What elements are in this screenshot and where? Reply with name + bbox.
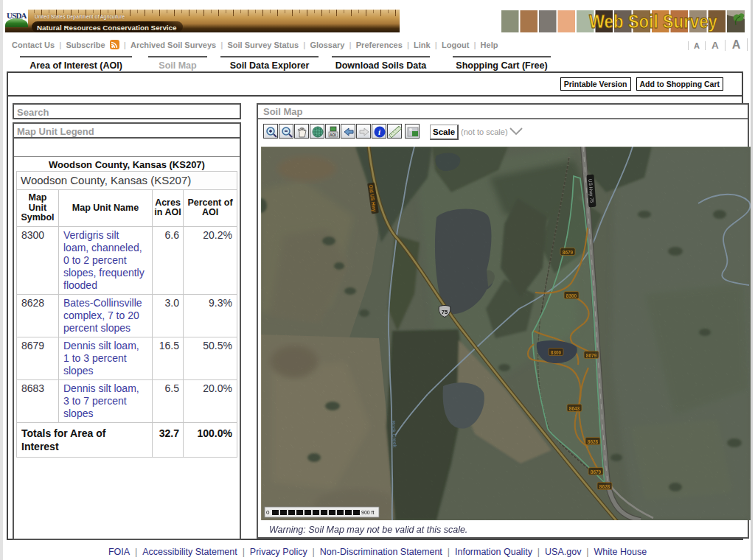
svg-text:AOI: AOI bbox=[330, 133, 337, 137]
svg-text:0: 0 bbox=[266, 509, 270, 516]
svg-text:900 ft: 900 ft bbox=[361, 510, 375, 515]
svg-text:Web Soil Survey: Web Soil Survey bbox=[589, 11, 717, 32]
